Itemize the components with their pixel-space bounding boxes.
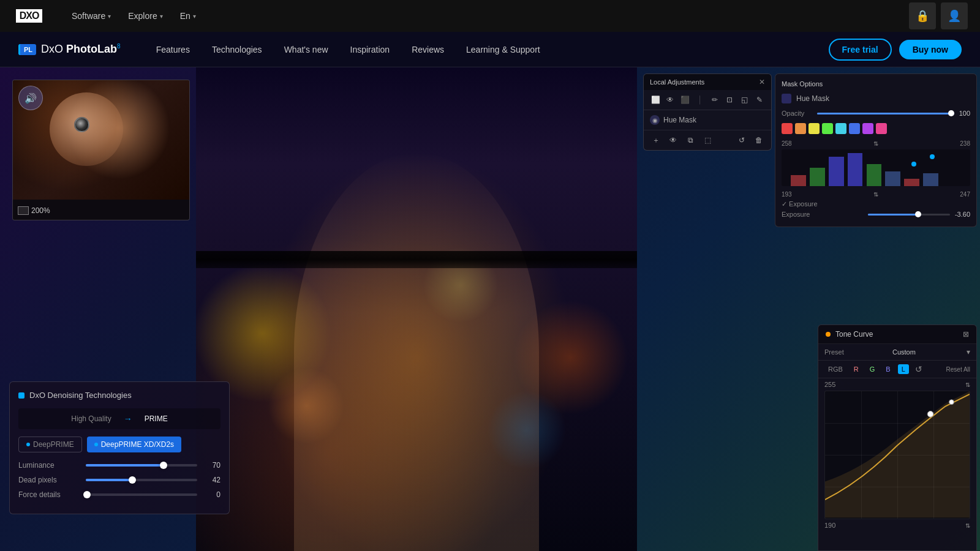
tool-eye-icon[interactable]: 👁: [665, 94, 676, 106]
deep-prime-xd-button[interactable]: DeepPRIME XD/XD2s: [87, 437, 181, 452]
exposure-slider[interactable]: [868, 214, 949, 216]
add-icon[interactable]: ＋: [650, 134, 662, 146]
swatch-blue[interactable]: [849, 123, 860, 134]
exposure-sub-label: Exposure: [782, 211, 863, 218]
language-nav-link[interactable]: En ▾: [173, 7, 203, 24]
luminance-thumb[interactable]: [160, 462, 167, 469]
sound-toggle-button[interactable]: 🔊: [18, 86, 43, 110]
tc-channels: RGB R G B L ↺ Reset All: [818, 361, 976, 378]
delete-icon[interactable]: 🗑: [753, 134, 765, 146]
prime-option[interactable]: PRIME: [132, 412, 180, 425]
hue-mask-label: Hue Mask: [663, 116, 696, 124]
swatch-yellow[interactable]: [809, 123, 820, 134]
tc-reset-icon[interactable]: ↺: [915, 364, 922, 374]
features-link[interactable]: Features: [145, 40, 201, 59]
force-details-row: Force details 0: [18, 490, 221, 499]
buy-now-button[interactable]: Buy now: [899, 40, 962, 59]
main-photo-area: [196, 67, 637, 551]
tc-channel-b[interactable]: B: [882, 364, 894, 374]
tc-channel-g[interactable]: G: [866, 364, 879, 374]
dead-pixels-value: 42: [203, 476, 221, 484]
swatch-orange[interactable]: [795, 123, 806, 134]
tc-preset-value: Custom: [892, 348, 916, 356]
product-nav-links: Features Technologies What's new Inspira…: [145, 40, 829, 59]
inspiration-link[interactable]: Inspiration: [339, 40, 401, 59]
mask-options-title: Mask Options: [782, 80, 823, 88]
learning-support-link[interactable]: Learning & Support: [455, 40, 551, 59]
tool-brush-icon[interactable]: ⬜: [650, 94, 661, 106]
cta-actions: Free trial Buy now: [829, 39, 962, 61]
tool-select-icon[interactable]: ⊡: [724, 94, 735, 106]
tc-channel-r[interactable]: R: [850, 364, 862, 374]
thumbnail-eye: [74, 117, 89, 132]
reviews-link[interactable]: Reviews: [401, 40, 455, 59]
tc-top-number-row: 255 ⇅: [818, 378, 976, 391]
explore-chevron-icon: ▾: [160, 13, 163, 20]
tc-preset-label: Preset: [824, 348, 844, 356]
swatch-green[interactable]: [822, 123, 833, 134]
technologies-link[interactable]: Technologies: [201, 40, 273, 59]
tc-expand-icon[interactable]: ⊠: [963, 330, 969, 339]
swatch-red[interactable]: [782, 123, 793, 134]
curve-numbers-bottom: 193 ⇅ 247: [782, 191, 970, 198]
denoising-presets: DeepPRIME DeepPRIME XD/XD2s: [18, 437, 221, 452]
tc-canvas[interactable]: [824, 391, 970, 519]
tool-mask-icon[interactable]: ⬛: [680, 94, 691, 106]
force-details-slider[interactable]: [86, 493, 197, 496]
user-button[interactable]: 👤: [941, 2, 968, 29]
free-trial-button[interactable]: Free trial: [829, 39, 892, 61]
dead-pixels-slider[interactable]: [86, 479, 197, 481]
luminance-slider[interactable]: [86, 464, 197, 467]
screen-divider: [196, 251, 637, 268]
thumbnail-zoom-control: 200%: [18, 206, 50, 215]
hue-mask-icon: ◉: [650, 115, 660, 125]
tool-shapes-icon[interactable]: ◱: [739, 94, 750, 106]
tc-channel-l[interactable]: L: [898, 364, 909, 374]
denoise-arrow-icon: →: [124, 412, 132, 425]
swatch-purple[interactable]: [862, 123, 873, 134]
copy-icon[interactable]: ⧉: [684, 134, 696, 146]
undo-icon[interactable]: ↺: [736, 134, 748, 146]
exposure-label: ✓ Exposure: [782, 200, 970, 208]
thumbnail-toolbar: 200%: [13, 200, 189, 220]
mask-hue-mask-row: Hue Mask: [782, 94, 970, 103]
swatch-cyan[interactable]: [835, 123, 846, 134]
tool-edit-icon[interactable]: ✎: [754, 94, 765, 106]
luminance-value: 70: [203, 461, 221, 470]
hue-mask-panel-label: Hue Mask: [796, 94, 829, 103]
tc-top-arrows[interactable]: ⇅: [965, 381, 970, 388]
tc-reset-button[interactable]: Reset All: [946, 366, 970, 373]
explore-nav-link[interactable]: Explore ▾: [121, 7, 170, 24]
tc-control-point-2: [949, 400, 954, 405]
tc-preset-row: Preset Custom ▾: [818, 344, 976, 361]
whats-new-link[interactable]: What's new: [273, 40, 339, 59]
dead-pixels-label: Dead pixels: [18, 476, 80, 484]
force-details-thumb[interactable]: [83, 491, 91, 498]
tone-curve-panel: Tone Curve ⊠ Preset Custom ▾ RGB R G B L…: [818, 324, 977, 551]
hue-mask-panel-icon: [782, 94, 791, 103]
software-nav-link[interactable]: Software ▾: [64, 7, 118, 24]
tool-pen-icon[interactable]: ✏: [709, 94, 720, 106]
tc-preset-chevron-icon[interactable]: ▾: [967, 348, 970, 356]
top-navigation: DXO Software ▾ Explore ▾ En ▾ 🔒 👤: [0, 0, 980, 32]
tone-curve-svg: [825, 391, 970, 518]
tc-channel-rgb[interactable]: RGB: [824, 364, 846, 374]
opacity-thumb[interactable]: [948, 110, 954, 116]
exposure-thumb[interactable]: [915, 211, 921, 217]
duplicate-icon[interactable]: ⬚: [701, 134, 714, 146]
tc-title-bar: Tone Curve: [826, 330, 873, 339]
local-adj-header: Local Adjustments ✕: [644, 74, 771, 90]
denoising-panel: DxO Denoising Technologies High Quality …: [9, 381, 230, 514]
swatch-pink[interactable]: [876, 123, 887, 134]
product-logo: PL DxO PhotoLab8: [18, 43, 121, 56]
cart-button[interactable]: 🔒: [909, 2, 936, 29]
dead-pixels-thumb[interactable]: [129, 476, 136, 484]
opacity-slider[interactable]: [817, 113, 954, 114]
dxo-logo[interactable]: DXO: [12, 7, 46, 24]
denoising-title-bar: DxO Denoising Technologies: [18, 391, 221, 400]
tc-bottom-arrows[interactable]: ⇅: [965, 522, 970, 529]
eye-toggle-icon[interactable]: 👁: [667, 134, 679, 146]
deep-prime-button[interactable]: DeepPRIME: [18, 437, 82, 452]
high-quality-option[interactable]: High Quality: [59, 412, 123, 425]
local-adj-close-button[interactable]: ✕: [759, 78, 765, 86]
